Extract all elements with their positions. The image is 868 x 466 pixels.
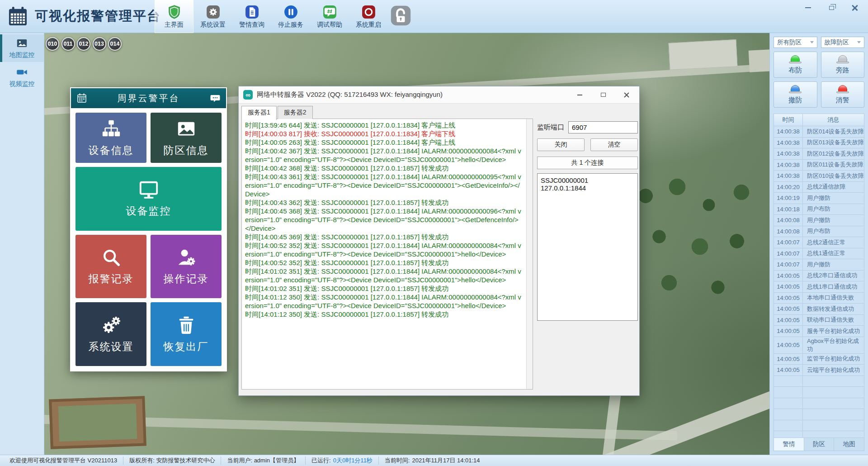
network-relay-dialog: ∞ 网络中转服务器 V2022 (QQ: 517216493 WX: feiya… bbox=[238, 86, 640, 396]
toolbar-item-settings[interactable]: 系统设置 bbox=[193, 0, 232, 33]
tile-device-monitor[interactable]: 设备监控 bbox=[75, 167, 222, 231]
toolbar-item-alarm-query[interactable]: 警情查询 bbox=[232, 0, 271, 33]
table-row[interactable]: 14:00:18用户布防 bbox=[774, 204, 864, 215]
close-server-button[interactable]: 关闭 bbox=[537, 138, 585, 151]
dialog-maximize-button[interactable] bbox=[599, 92, 607, 98]
table-row[interactable]: 14:00:38防区014设备丢失故障 bbox=[774, 126, 864, 138]
cell-message bbox=[803, 420, 864, 431]
chat-dots-icon[interactable] bbox=[210, 93, 221, 104]
beacon-icon bbox=[789, 55, 802, 65]
select-value: 所有防区 bbox=[777, 38, 802, 47]
tile-system-settings[interactable]: 系统设置 bbox=[75, 302, 146, 366]
table-row[interactable]: 14:00:07总线2通信正常 bbox=[774, 237, 864, 248]
log-scrollbar[interactable] bbox=[526, 119, 533, 389]
fault-zones-select[interactable]: 故障防区 bbox=[821, 37, 865, 48]
tile-alarm-records[interactable]: 报警记录 bbox=[75, 235, 146, 299]
table-row[interactable]: 14:00:05本地串口通信失败 bbox=[774, 293, 864, 304]
table-row[interactable]: 14:00:05联动串口通信失败 bbox=[774, 315, 864, 326]
connection-item[interactable]: SSJC00000001 127.0.0.1:1844 bbox=[541, 176, 634, 193]
tile-device-info[interactable]: 设备信息 bbox=[75, 113, 146, 163]
table-row[interactable]: 14:00:05总线2串口通信成功 bbox=[774, 271, 864, 282]
clear-log-button[interactable]: 清空 bbox=[590, 138, 638, 151]
column-header-time: 时间 bbox=[774, 114, 803, 126]
action-label: 消警 bbox=[836, 96, 849, 105]
table-row[interactable]: 14:00:38防区013设备丢失故障 bbox=[774, 138, 864, 149]
beacon-icon bbox=[789, 85, 802, 95]
map-marker[interactable]: 014 bbox=[108, 37, 122, 51]
dialog-body: 服务器1服务器2 时间[13:59:45 644] 发送: SSJC000000… bbox=[239, 104, 639, 395]
table-row[interactable]: 14:00:38防区012设备丢失故障 bbox=[774, 148, 864, 160]
table-row[interactable]: 14:00:05总线1串口通信成功 bbox=[774, 281, 864, 293]
tab-server2[interactable]: 服务器2 bbox=[278, 106, 313, 119]
cell-time: 14:00:05 bbox=[774, 337, 803, 353]
toolbar-item-stop-service[interactable]: 停止服务 bbox=[271, 0, 310, 33]
dialog-close-button[interactable] bbox=[623, 92, 630, 98]
launcher-header: 周界云警平台 bbox=[71, 88, 226, 108]
silence-button[interactable]: 消警 bbox=[821, 81, 865, 108]
sidebar-item-map-monitor[interactable]: 地图监控 bbox=[0, 34, 44, 62]
table-row[interactable]: 14:00:38防区011设备丢失故障 bbox=[774, 160, 864, 171]
map-marker[interactable]: 013 bbox=[93, 37, 106, 51]
zone-filters: 所有防区故障防区 bbox=[774, 37, 864, 48]
app-header: 可视化报警管理平台 主界面系统设置警情查询停止服务调试帮助系统重启 bbox=[0, 0, 868, 33]
toolbar-item-restart[interactable]: 系统重启 bbox=[349, 0, 388, 33]
table-row[interactable]: 14:00:05云端平台初始化成功 bbox=[774, 365, 864, 376]
table-row[interactable]: 14:00:05监管平台初始化成功 bbox=[774, 354, 864, 365]
disarm-button[interactable]: 撤防 bbox=[774, 81, 817, 108]
cell-time: 14:00:07 bbox=[774, 237, 803, 248]
map-marker[interactable]: 011 bbox=[61, 37, 75, 51]
restore-button[interactable] bbox=[826, 4, 836, 12]
toolbar-item-main[interactable]: 主界面 bbox=[155, 0, 193, 33]
panel-tab-map[interactable]: 地图 bbox=[834, 438, 864, 451]
connection-count: 共 1 个连接 bbox=[537, 157, 638, 169]
cell-message: 用户撤防 bbox=[803, 259, 864, 270]
tab-server1[interactable]: 服务器1 bbox=[241, 106, 277, 120]
close-button[interactable] bbox=[850, 4, 860, 12]
tile-zone-info[interactable]: 防区信息 bbox=[151, 113, 222, 163]
toolbar-item-debug-help[interactable]: 调试帮助 bbox=[310, 0, 349, 33]
unlock-icon[interactable] bbox=[390, 5, 411, 26]
table-row-empty bbox=[774, 431, 864, 438]
status-runtime: 已运行: 0天0时1分11秒 bbox=[306, 456, 379, 465]
table-row[interactable]: 14:00:08用户撤防 bbox=[774, 215, 864, 226]
tile-factory-reset[interactable]: 恢复出厂 bbox=[151, 302, 222, 366]
bypass-button[interactable]: 旁路 bbox=[821, 52, 865, 78]
table-row[interactable]: 14:00:07用户撤防 bbox=[774, 259, 864, 271]
cell-time: 14:00:38 bbox=[774, 148, 803, 159]
connection-list[interactable]: SSJC00000001 127.0.0.1:1844 bbox=[537, 173, 638, 321]
sidebar-item-video-monitor[interactable]: 视频监控 bbox=[0, 63, 44, 91]
panel-tab-zone[interactable]: 防区 bbox=[804, 438, 835, 451]
dialog-titlebar[interactable]: ∞ 网络中转服务器 V2022 (QQ: 517216493 WX: feiya… bbox=[239, 86, 639, 104]
beacon-icon bbox=[836, 55, 849, 65]
map-marker[interactable]: 010 bbox=[46, 37, 59, 51]
minimize-button[interactable] bbox=[803, 4, 813, 12]
all-zones-select[interactable]: 所有防区 bbox=[774, 37, 817, 48]
cell-time: 14:00:38 bbox=[774, 160, 803, 171]
table-row[interactable]: 14:00:38防区010设备丢失故障 bbox=[774, 171, 864, 182]
right-panel: 所有防区故障防区 布防旁路撤防消警 时间消息14:00:38防区014设备丢失故… bbox=[769, 33, 868, 455]
table-row[interactable]: 14:00:05Agbox平台初始化成功 bbox=[774, 337, 864, 354]
cell-time: 14:00:38 bbox=[774, 126, 803, 137]
app-logo-calendar-icon bbox=[7, 6, 28, 27]
window-controls bbox=[803, 4, 860, 12]
table-row[interactable]: 14:00:20总线2通信故障 bbox=[774, 182, 864, 193]
log-line: 时间[14:00:45 369] 发送: SSJC00000001 [127.0… bbox=[245, 233, 524, 241]
map-marker[interactable]: 012 bbox=[77, 37, 90, 51]
tile-operation-records[interactable]: 操作记录 bbox=[151, 235, 222, 299]
table-row[interactable]: 14:00:07总线1通信正常 bbox=[774, 248, 864, 260]
arm-button[interactable]: 布防 bbox=[774, 52, 817, 78]
cell-message: 总线2串口通信成功 bbox=[803, 271, 864, 281]
cell-message bbox=[803, 376, 864, 387]
cell-message: 用户布防 bbox=[803, 226, 864, 237]
table-row[interactable]: 14:00:05服务平台初始化成功 bbox=[774, 326, 864, 337]
log-line: 时间[14:00:03 817] 接收: SSJC00000001 [127.0… bbox=[245, 129, 524, 138]
listen-port-input[interactable]: 6907 bbox=[568, 121, 638, 133]
panel-tab-alarm[interactable]: 警情 bbox=[774, 438, 804, 451]
action-label: 布防 bbox=[788, 66, 802, 75]
dialog-minimize-button[interactable] bbox=[576, 92, 583, 98]
table-row[interactable]: 14:00:05数据转发通信成功 bbox=[774, 304, 864, 315]
chevron-down-icon bbox=[857, 41, 861, 43]
table-row[interactable]: 14:00:19用户撤防 bbox=[774, 193, 864, 204]
server-log[interactable]: 时间[13:59:45 644] 发送: SSJC00000001 [127.0… bbox=[241, 119, 533, 390]
table-row[interactable]: 14:00:08用户布防 bbox=[774, 226, 864, 238]
